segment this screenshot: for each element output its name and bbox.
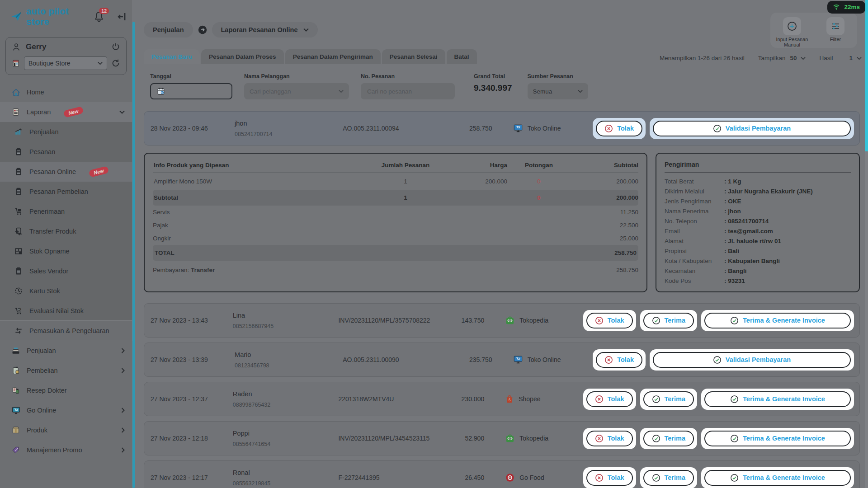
terima-generate-invoice-button[interactable]: Terima & Generate Invoice [704, 391, 851, 407]
sidebar-item-kartu-stok[interactable]: Kartu Stok [0, 281, 132, 301]
breadcrumb-penjualan[interactable]: Penjualan [144, 22, 193, 38]
terima-generate-invoice-button[interactable]: Terima & Generate Invoice [704, 470, 851, 486]
sidebar-item-penerimaan[interactable]: Penerimaan [0, 202, 132, 221]
sidebar-item-go-online[interactable]: Go Online [0, 400, 132, 420]
tab-pesanan-dalam-proses[interactable]: Pesanan Dalam Proses [201, 49, 284, 64]
circle-x-icon [604, 124, 613, 133]
tab-pesanan-baru[interactable]: Pesanan Baru [144, 49, 200, 64]
sidebar-item-sales-vendor[interactable]: Sales Vendor [0, 261, 132, 281]
sidebar-item-pesanan-online[interactable]: Pesanan OnlineNew [0, 162, 132, 182]
customer-phone: 085564741654 [233, 441, 339, 447]
sidebar-item-manajemen-promo[interactable]: Manajemen Promo [0, 440, 132, 460]
sidebar-item-label: Home [27, 89, 44, 96]
action-chip: Tolak [583, 467, 636, 488]
circle-check-icon [730, 474, 739, 482]
action-chip: Tolak [583, 428, 636, 449]
sidebar-item-home[interactable]: Home [0, 82, 132, 102]
tolak-button[interactable]: Tolak [586, 391, 633, 407]
fee-value: 11.250 [571, 209, 638, 216]
sidebar-item-label: Manajemen Promo [27, 446, 82, 454]
order-customer: Lina 0852156687945 [233, 312, 339, 329]
sidebar-item-laporan[interactable]: LaporanNew [0, 102, 132, 122]
sidebar-item-penjualan[interactable]: Penjualan [0, 341, 132, 361]
sumber-pesanan-select[interactable]: Semua [528, 83, 588, 99]
terima-button[interactable]: Terima [643, 391, 694, 407]
tolak-button[interactable]: Tolak [596, 121, 642, 136]
order-row-jhon[interactable]: 28 Nov 2023 - 09:46 jhon 085241700714AO.… [144, 111, 860, 145]
action-chip: Terima [640, 428, 697, 449]
clock-icon [14, 286, 24, 296]
box-icon [11, 425, 21, 435]
gofood-icon [505, 473, 515, 483]
sidebar-item-evaluasi-nilai-stok[interactable]: RPEvaluasi Nilai Stok [0, 301, 132, 321]
notification-bell-icon[interactable]: 12 [93, 11, 105, 23]
sidebar-item-transfer-produk[interactable]: Transfer Produk [0, 221, 132, 241]
tolak-button[interactable]: Tolak [596, 352, 642, 368]
fee-label: Ongkir [153, 235, 571, 242]
input-pesanan-manual-button[interactable]: Input Pesanan Manual [772, 17, 812, 48]
chevron-down-icon [339, 89, 344, 93]
collapse-sidebar-icon[interactable] [117, 11, 127, 22]
page-select[interactable]: 1 [849, 55, 862, 61]
tanggal-input[interactable] [150, 83, 232, 99]
shipping-value: : 93231 [724, 276, 745, 286]
clipboard-icon [14, 266, 24, 276]
validasi-pembayaran-button[interactable]: Validasi Pembayaran [653, 121, 851, 136]
sidebar-item-pesanan[interactable]: Pesanan [0, 142, 132, 162]
tab-batal[interactable]: Batal [447, 49, 477, 64]
sumber-pesanan-value: Semua [533, 88, 552, 95]
filter-sliders-icon [830, 21, 841, 32]
sidebar-item-stok-opname[interactable]: Stok Opname [0, 241, 132, 261]
order-row-poppi[interactable]: 27 Nov 2023 - 12:18 Poppi 085564741654IN… [144, 421, 860, 455]
sidebar-item-label: Resep Dokter [27, 387, 67, 394]
store-select[interactable]: Boutique Store [24, 56, 107, 70]
page-scrollbar-thumb[interactable] [865, 0, 868, 151]
sidebar-item-resep-dokter[interactable]: Resep Dokter [0, 380, 132, 400]
shipping-value: : Jl. haluole rt/rw 01 [724, 236, 781, 246]
tab-pesanan-dalam-pengiriman[interactable]: Pesanan Dalam Pengiriman [285, 49, 381, 64]
terima-generate-invoice-button[interactable]: Terima & Generate Invoice [704, 313, 851, 328]
sidebar-item-produk[interactable]: Produk [0, 420, 132, 440]
tanggal-value[interactable] [169, 88, 226, 95]
circle-check-icon [713, 124, 722, 133]
tolak-button[interactable]: Tolak [586, 431, 633, 446]
sidebar-item-pembelian[interactable]: Pembelian [0, 361, 132, 380]
page-size-select[interactable]: 50 [790, 55, 806, 61]
sidebar-item-pesanan-pembelian[interactable]: Pesanan Pembelian [0, 182, 132, 202]
order-amount: 52.900 [442, 435, 484, 442]
tolak-button[interactable]: Tolak [586, 470, 633, 486]
tab-pesanan-selesai[interactable]: Pesanan Selesai [382, 49, 445, 64]
no-pesanan-input[interactable] [366, 88, 449, 95]
shipping-panel: Pengiriman Total Berat : 1 Kg Dikirim Me… [656, 153, 860, 292]
logout-power-icon[interactable] [111, 42, 121, 52]
toko-online-icon [513, 355, 523, 365]
terima-button[interactable]: Terima [643, 431, 694, 446]
validasi-pembayaran-button[interactable]: Validasi Pembayaran [653, 352, 851, 368]
nama-pelanggan-select[interactable]: Cari pelanggan [244, 83, 349, 99]
order-row-raden[interactable]: 27 Nov 2023 - 12:37 Raden 08899876543222… [144, 382, 860, 416]
terima-button[interactable]: Terima [643, 470, 694, 486]
orders-list: 28 Nov 2023 - 09:46 jhon 085241700714AO.… [144, 111, 860, 488]
order-actions: TolakValidasi Pembayaran [593, 349, 854, 371]
filter-button[interactable]: Filter [816, 17, 855, 48]
breadcrumb-laporan-pesanan-online[interactable]: Laporan Pesanan Online [212, 22, 318, 38]
nama-pelanggan-label: Nama Pelanggan [244, 73, 349, 80]
sidebar-item-pemasukan-pengeluaran[interactable]: Pemasukan & Pengeluaran [0, 321, 132, 341]
order-actions: TolakTerimaTerima & Generate Invoice [583, 310, 854, 331]
tolak-button[interactable]: Tolak [586, 313, 633, 328]
terima-generate-invoice-button[interactable]: Terima & Generate Invoice [704, 431, 851, 446]
button-label: Terima & Generate Invoice [743, 474, 825, 481]
refresh-icon[interactable] [111, 58, 121, 68]
shipping-label: No. Telepon [665, 216, 724, 226]
order-row-ronal[interactable]: 27 Nov 2023 - 12:17 Ronal 085563219845F-… [144, 460, 860, 488]
sidebar-item-label: Pesanan Pembelian [29, 188, 88, 195]
product-detail-panel: Info Produk yang Dipesan Jumlah Pesanan … [144, 153, 647, 292]
order-row-lina[interactable]: 27 Nov 2023 - 13:43 Lina 0852156687945IN… [144, 303, 860, 338]
page-scrollbar[interactable] [865, 0, 868, 488]
terima-button[interactable]: Terima [643, 313, 694, 328]
sidebar-item-penjualan[interactable]: Penjualan [0, 122, 132, 142]
order-row-mario[interactable]: 27 Nov 2023 - 13:39 Mario 08123456798AO.… [144, 343, 860, 377]
sidebar-item-label: Pembelian [27, 367, 58, 374]
button-label: Tolak [617, 356, 634, 363]
shipping-label: Total Berat [665, 177, 724, 187]
